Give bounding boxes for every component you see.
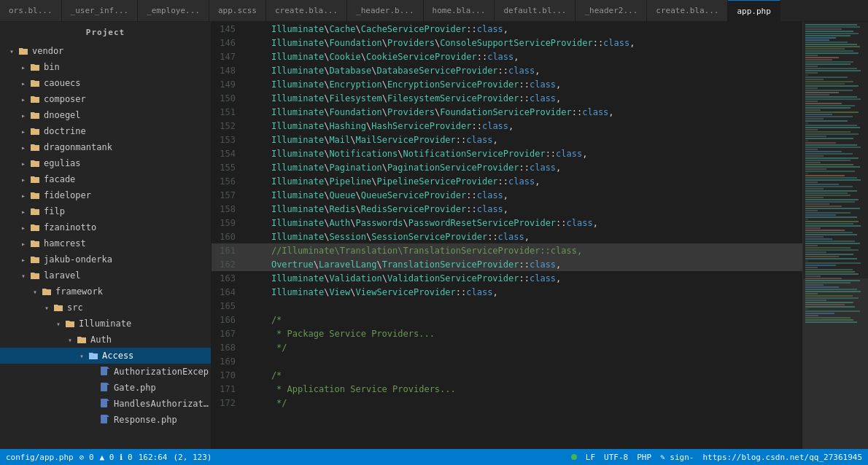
table-row: 149 Illuminate\Encryption\EncryptionServ… <box>212 77 802 91</box>
status-url[interactable]: https://blog.csdn.net/qq_27361945 <box>702 453 862 462</box>
status-lineending[interactable]: LF <box>586 453 595 462</box>
table-row: 153 Illuminate\Mail\MailServiceProvider:… <box>212 133 802 146</box>
arrow-access <box>76 352 88 360</box>
sidebar-item-doctrine[interactable]: doctrine <box>0 123 211 139</box>
tab-bar: ors.bl... _user_inf... _employe... app.s… <box>0 0 868 22</box>
sidebar-item-response[interactable]: Response.php <box>0 412 211 428</box>
sidebar-item-fideloper[interactable]: fideloper <box>0 187 211 203</box>
sidebar-item-dnoegel[interactable]: dnoegel <box>0 107 211 123</box>
tab-employee[interactable]: _employe... <box>138 0 209 22</box>
sidebar-item-gate[interactable]: Gate.php <box>0 380 211 396</box>
sidebar-item-jakub-onderka[interactable]: jakub-onderka <box>0 251 211 267</box>
sidebar-item-caouecs[interactable]: caouecs <box>0 75 211 91</box>
sidebar-item-filp[interactable]: filp <box>0 203 211 219</box>
sidebar-item-authorizationexcep[interactable]: AuthorizationExcep <box>0 364 211 380</box>
table-row: 150 Illuminate\Filesystem\FilesystemServ… <box>212 91 802 105</box>
sidebar-item-access[interactable]: Access <box>0 348 211 364</box>
file-icon-gate <box>99 383 111 393</box>
svg-marker-7 <box>107 415 109 417</box>
minimap[interactable] <box>802 22 868 449</box>
svg-rect-4 <box>101 399 107 407</box>
folder-icon-fzaninotto <box>29 222 41 233</box>
minimap-content <box>803 22 868 449</box>
sidebar-item-egulias[interactable]: egulias <box>0 155 211 171</box>
sidebar-item-auth[interactable]: Auth <box>0 332 211 348</box>
sidebar-item-hamcrest[interactable]: hamcrest <box>0 235 211 251</box>
status-encoding[interactable]: UTF-8 <box>604 453 628 462</box>
svg-rect-0 <box>101 367 107 375</box>
table-row: 170 /* <box>212 368 802 382</box>
arrow-auth <box>64 336 76 344</box>
sidebar-label-jakub-onderka: jakub-onderka <box>44 254 211 265</box>
folder-icon-hamcrest <box>29 238 41 249</box>
tab-header2[interactable]: _header2... <box>576 0 647 22</box>
arrow-composer <box>18 95 29 103</box>
svg-marker-3 <box>107 383 109 385</box>
sidebar-item-fzaninotto[interactable]: fzaninotto <box>0 219 211 235</box>
sidebar-item-framework[interactable]: framework <box>0 284 211 300</box>
svg-rect-2 <box>101 383 107 391</box>
tab-default-bl[interactable]: default.bl... <box>495 0 576 22</box>
table-row: 145 Illuminate\Cache\CacheServiceProvide… <box>212 22 802 36</box>
sidebar-item-facade[interactable]: facade <box>0 171 211 187</box>
status-language[interactable]: PHP <box>637 453 651 462</box>
table-row: 161 //Illuminate\Translation\Translation… <box>212 243 802 257</box>
sidebar-item-src[interactable]: src <box>0 300 211 316</box>
tab-header-b[interactable]: _header.b... <box>347 0 423 22</box>
folder-icon-fideloper <box>29 189 41 201</box>
tab-create-bla2[interactable]: create.bla... <box>647 0 728 22</box>
sidebar-label-auth: Auth <box>90 335 211 345</box>
tab-app-scss[interactable]: app.scss <box>209 0 266 22</box>
sidebar-item-vendor[interactable]: vendor <box>0 43 211 59</box>
table-row: 172 */ <box>212 396 802 410</box>
table-row: 169 <box>212 354 802 368</box>
folder-icon-illuminate <box>64 318 76 329</box>
sidebar-item-dragonmantank[interactable]: dragonmantank <box>0 139 211 155</box>
tab-user-inf[interactable]: _user_inf... <box>62 0 138 22</box>
sidebar-label-filp: filp <box>44 206 211 216</box>
arrow-facade <box>18 176 29 184</box>
folder-icon-bin <box>29 61 41 73</box>
status-sign: ✎ sign- <box>660 453 694 462</box>
sidebar-label-handlesauthorization: HandlesAuthorization <box>114 399 211 409</box>
table-row: 160 Illuminate\Session\SessionServicePro… <box>212 230 802 243</box>
arrow-dnoegel <box>18 112 29 120</box>
folder-icon-caouecs <box>29 77 41 89</box>
status-infos: ℹ 0 <box>120 453 132 462</box>
tab-ors-bl[interactable]: ors.bl... <box>0 0 62 22</box>
sidebar-item-handlesauthorization[interactable]: HandlesAuthorization <box>0 396 211 412</box>
status-dot <box>571 454 577 460</box>
tab-app-php[interactable]: app.php <box>728 0 780 22</box>
arrow-bin <box>18 63 29 71</box>
tab-create-bla[interactable]: create.bla... <box>266 0 347 22</box>
sidebar-item-laravel[interactable]: laravel <box>0 267 211 284</box>
sidebar-label-dnoegel: dnoegel <box>44 110 211 120</box>
sidebar-label-fideloper: fideloper <box>44 190 211 200</box>
sidebar-label-bin: bin <box>44 62 211 72</box>
sidebar-label-illuminate: Illuminate <box>79 319 211 329</box>
arrow-filp <box>18 208 29 216</box>
table-row: 166 /* <box>212 313 802 327</box>
table-row: 155 Illuminate\Pagination\PaginationServ… <box>212 160 802 174</box>
sidebar-tree[interactable]: vendor bin caouecs <box>0 43 211 449</box>
code-table: 145 Illuminate\Cache\CacheServiceProvide… <box>212 22 802 410</box>
sidebar-label-src: src <box>67 302 211 313</box>
status-errors: ⊘ 0 <box>80 453 94 462</box>
sidebar-item-bin[interactable]: bin <box>0 59 211 75</box>
arrow-src <box>41 304 53 312</box>
svg-rect-6 <box>101 415 107 423</box>
sidebar-label-egulias: egulias <box>44 158 211 168</box>
sidebar-item-illuminate[interactable]: Illuminate <box>0 316 211 332</box>
code-container[interactable]: 145 Illuminate\Cache\CacheServiceProvide… <box>212 22 802 449</box>
arrow-egulias <box>18 160 29 168</box>
folder-icon-src <box>53 302 64 313</box>
sidebar-item-composer[interactable]: composer <box>0 91 211 107</box>
table-row: 163 Illuminate\Validation\ValidationServ… <box>212 271 802 285</box>
table-row: 158 Illuminate\Redis\RedisServiceProvide… <box>212 202 802 216</box>
arrow-caouecs <box>18 79 29 87</box>
folder-icon-facade <box>29 173 41 185</box>
table-row: 162 Overtrue\LaravelLang\TranslationServ… <box>212 257 802 271</box>
table-row: 168 */ <box>212 340 802 354</box>
tab-home-bla[interactable]: home.bla... <box>424 0 495 22</box>
table-row: 152 Illuminate\Hashing\HashServiceProvid… <box>212 119 802 133</box>
